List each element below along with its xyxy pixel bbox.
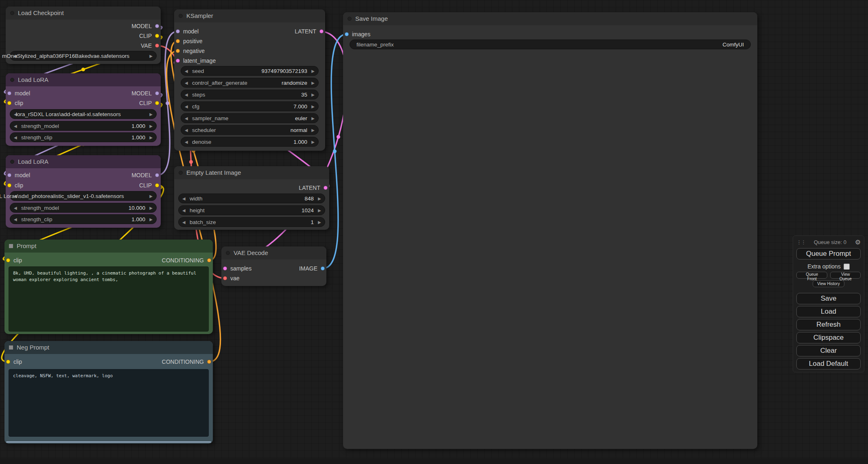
widget-increment-icon[interactable]: ▶ [149, 194, 153, 198]
output-port-clip[interactable] [155, 101, 159, 105]
widget-increment-icon[interactable]: ▶ [149, 217, 153, 222]
collapse-dot-icon[interactable] [179, 14, 183, 18]
widget-decrement-icon[interactable]: ◀ [185, 116, 188, 121]
output-port-vae[interactable] [155, 44, 159, 48]
widget-batch-size[interactable]: ◀ batch_size 1 ▶ [178, 217, 325, 227]
widget-width[interactable]: ◀ width 848 ▶ [178, 194, 325, 203]
input-port-images[interactable] [345, 32, 349, 36]
widget-increment-icon[interactable]: ▶ [311, 140, 315, 144]
output-port-conditioning[interactable] [207, 360, 211, 364]
output-port-latent[interactable] [319, 29, 324, 33]
negative-prompt-textarea[interactable]: cleavage, NSFW, text, watermark, logo [9, 369, 209, 437]
node-save-image[interactable]: Save Image images filename_prefix ComfyU… [343, 12, 757, 449]
widget-cfg[interactable]: ◀ cfg 7.000 ▶ [181, 101, 319, 111]
collapse-dot-icon[interactable] [10, 11, 14, 15]
output-port-model[interactable] [155, 24, 159, 28]
input-port-positive[interactable] [176, 39, 180, 43]
widget-decrement-icon[interactable]: ◀ [14, 217, 17, 222]
collapse-dot-icon[interactable] [348, 17, 352, 21]
view-history-button[interactable]: View History [813, 280, 844, 287]
input-port-samples[interactable] [223, 266, 227, 270]
view-queue-button[interactable]: View Queue [830, 272, 861, 279]
widget-increment-icon[interactable]: ▶ [149, 112, 153, 117]
widget-control-after-generate[interactable]: ◀ control_after_generate randomize ▶ [181, 78, 319, 88]
widget-denoise[interactable]: ◀ denoise 1.000 ▶ [181, 137, 319, 147]
input-port-clip[interactable] [6, 258, 10, 262]
widget-increment-icon[interactable]: ▶ [311, 81, 315, 85]
widget-increment-icon[interactable]: ▶ [149, 54, 153, 58]
input-port-model[interactable] [7, 91, 11, 95]
widget-filename-prefix[interactable]: filename_prefix ComfyUI [350, 40, 751, 49]
clipspace-button[interactable]: Clipspace [796, 332, 861, 343]
node-ksampler[interactable]: KSampler model LATENT positive negative … [174, 9, 325, 151]
input-port-clip[interactable] [6, 360, 10, 364]
node-title-bar[interactable]: VAE Decode [221, 246, 326, 259]
save-button[interactable]: Save [796, 293, 861, 304]
input-port-model[interactable] [7, 173, 11, 177]
clear-button[interactable]: Clear [796, 345, 861, 356]
widget-increment-icon[interactable]: ▶ [311, 92, 315, 97]
widget-decrement-icon[interactable]: ◀ [185, 69, 188, 73]
widget-scheduler[interactable]: ◀ scheduler normal ▶ [181, 125, 319, 135]
output-port-image[interactable] [321, 266, 325, 270]
widget-decrement-icon[interactable]: ◀ [185, 140, 188, 144]
widget-decrement-icon[interactable]: ◀ [182, 220, 186, 224]
queue-front-button[interactable]: Queue Front [796, 272, 827, 279]
collapse-box-icon[interactable] [9, 244, 13, 248]
widget-decrement-icon[interactable]: ◀ [14, 135, 17, 140]
input-port-vae[interactable] [223, 276, 227, 280]
widget-height[interactable]: ◀ height 1024 ▶ [178, 205, 325, 215]
widget-increment-icon[interactable]: ▶ [149, 206, 153, 210]
input-port-clip[interactable] [7, 183, 11, 187]
node-load-lora-2[interactable]: Load LoRA model MODEL clip CLIP ◀ XL Lor… [6, 155, 161, 228]
output-port-model[interactable] [155, 91, 159, 95]
widget-increment-icon[interactable]: ▶ [311, 104, 315, 109]
node-load-checkpoint[interactable]: Load Checkpoint MODEL CLIP VAE ◀ mOneSty… [6, 7, 161, 64]
widget-decrement-icon[interactable]: ◀ [182, 208, 186, 213]
widget-increment-icon[interactable]: ▶ [311, 116, 315, 121]
widget-increment-icon[interactable]: ▶ [318, 196, 321, 201]
node-empty-latent-image[interactable]: Empty Latent Image LATENT ◀ width 848 ▶ … [174, 166, 329, 230]
refresh-button[interactable]: Refresh [796, 319, 861, 330]
widget-increment-icon[interactable]: ▶ [318, 220, 321, 224]
output-port-conditioning[interactable] [207, 258, 211, 262]
load-button[interactable]: Load [796, 306, 861, 317]
widget-decrement-icon[interactable]: ◀ [185, 104, 188, 109]
widget-strength-model[interactable]: ◀ strength_model 10.000 ▶ [10, 203, 157, 213]
widget-strength-model[interactable]: ◀ strength_model 1.000 ▶ [10, 121, 157, 131]
widget-strength-clip[interactable]: ◀ strength_clip 1.000 ▶ [10, 132, 157, 142]
widget-decrement-icon[interactable]: ◀ [185, 81, 188, 85]
widget-decrement-icon[interactable]: ◀ [185, 92, 188, 97]
widget-strength-clip[interactable]: ◀ strength_clip 1.000 ▶ [10, 214, 157, 224]
widget-sampler-name[interactable]: ◀ sampler_name euler ▶ [181, 113, 319, 123]
load-default-button[interactable]: Load Default [796, 358, 861, 369]
collapse-dot-icon[interactable] [10, 160, 14, 164]
node-prompt[interactable]: Prompt clip CONDITIONING 8k, UHD, beauti… [4, 240, 213, 334]
widget-increment-icon[interactable]: ▶ [311, 69, 315, 73]
output-port-clip[interactable] [155, 183, 159, 187]
widget-decrement-icon[interactable]: ◀ [182, 196, 186, 201]
positive-prompt-textarea[interactable]: 8k, UHD, beautiful lighting, , a cinemat… [9, 266, 209, 332]
node-title-bar[interactable]: Load LoRA [6, 155, 161, 168]
collapse-box-icon[interactable] [9, 345, 13, 350]
collapse-dot-icon[interactable] [226, 251, 230, 255]
widget-seed[interactable]: ◀ seed 937497903572193 ▶ [181, 66, 319, 76]
input-port-clip[interactable] [7, 101, 11, 105]
node-title-bar[interactable]: Empty Latent Image [174, 166, 329, 179]
widget-ckpt-name[interactable]: ◀ mOneStylized_alpha036FP16Bakedvae.safe… [10, 51, 157, 61]
collapse-dot-icon[interactable] [179, 171, 183, 175]
settings-gear-icon[interactable]: ⚙ [855, 238, 861, 246]
extra-options-checkbox[interactable] [844, 264, 850, 270]
node-title-bar[interactable]: Prompt [4, 240, 213, 253]
widget-decrement-icon[interactable]: ◀ [14, 124, 17, 128]
output-port-clip[interactable] [155, 34, 159, 38]
node-title-bar[interactable]: KSampler [174, 9, 325, 22]
node-vae-decode[interactable]: VAE Decode samples IMAGE vae [221, 246, 326, 286]
input-port-model[interactable] [176, 29, 180, 33]
widget-decrement-icon[interactable]: ◀ [185, 128, 188, 132]
node-title-bar[interactable]: Save Image [343, 12, 757, 25]
widget-lora-name[interactable]: ◀ XL Loras\sdxl_photorealistic_slider_v1… [10, 191, 157, 201]
widget-lora-name[interactable]: ◀ lora_rSDXL Loras\add-detail-xl.safeten… [10, 109, 157, 119]
collapse-dot-icon[interactable] [10, 78, 14, 82]
widget-increment-icon[interactable]: ▶ [149, 124, 153, 128]
